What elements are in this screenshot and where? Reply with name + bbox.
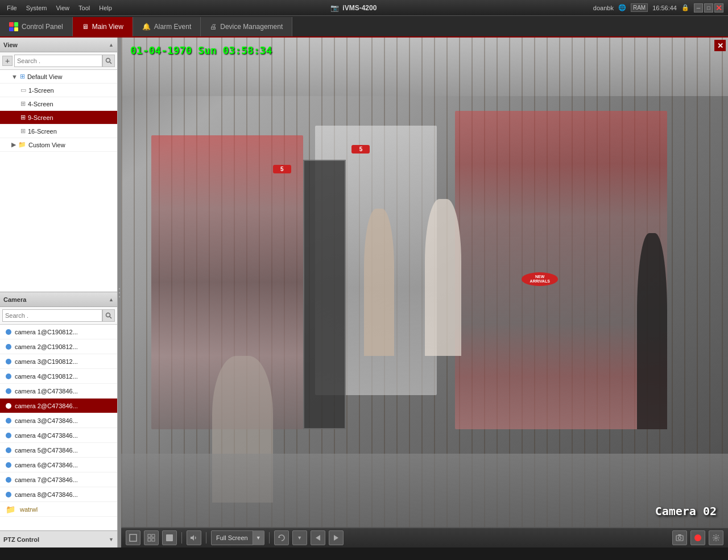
refresh-button[interactable] xyxy=(274,530,289,545)
next-icon xyxy=(333,534,339,541)
maximize-button[interactable]: □ xyxy=(704,3,713,13)
tab-alarm-event[interactable]: 🔔 Alarm Event xyxy=(133,17,201,36)
camera-status-dot xyxy=(6,359,11,364)
settings-button[interactable] xyxy=(709,530,723,545)
ram-icon: RAM xyxy=(631,3,648,12)
view-search-bar: + xyxy=(0,52,117,70)
camera-item-6[interactable]: camera 3@C473846... xyxy=(0,413,117,428)
view-add-button[interactable]: + xyxy=(2,56,13,66)
close-button[interactable]: ✕ xyxy=(714,3,723,13)
tree-item-custom-view[interactable]: ▶ 📁 Custom View xyxy=(0,138,117,152)
camera-item-5[interactable]: camera 2@C473846... xyxy=(0,399,117,413)
viewport-close-button[interactable]: ✕ xyxy=(714,40,726,51)
lock-icon: 🔒 xyxy=(681,4,689,11)
clothing-rack-right xyxy=(455,111,667,429)
camera-feed: NEWARRIVALS 5 5 01-04-1970 Sun 03:58:34 … xyxy=(121,38,728,527)
tab-control-panel[interactable]: Control Panel xyxy=(0,17,73,36)
camera-item-2[interactable]: camera 3@C190812... xyxy=(0,354,117,369)
tab-device-label: Device Management xyxy=(220,23,283,31)
camera-item-0[interactable]: camera 1@C190812... xyxy=(0,325,117,339)
tab-bar: Control Panel 🖥 Main View 🔔 Alarm Event … xyxy=(0,16,728,38)
svg-marker-15 xyxy=(316,535,320,541)
layout-single-icon xyxy=(166,534,173,542)
camera-search-bar xyxy=(0,307,117,325)
bottom-toolbar: Full Screen ▼ ▼ xyxy=(121,527,728,547)
price-tag-2: 5 xyxy=(273,165,291,173)
camera-status-dot xyxy=(6,492,11,497)
svg-rect-17 xyxy=(676,536,683,541)
tab-main-view[interactable]: 🖥 Main View xyxy=(73,17,133,36)
layout-single-button[interactable] xyxy=(162,530,177,545)
svg-rect-7 xyxy=(130,534,136,541)
camera-collapse-arrow[interactable]: ▲ xyxy=(109,297,114,302)
camera-viewport[interactable]: ✕ xyxy=(121,38,728,527)
camera-item-8[interactable]: camera 5@C473846... xyxy=(0,443,117,458)
view-section-header: View ▲ xyxy=(0,38,117,52)
resize-grip-icon xyxy=(118,284,121,301)
view-collapse-arrow[interactable]: ▲ xyxy=(109,42,114,48)
camera-item-4[interactable]: camera 1@C473846... xyxy=(0,384,117,399)
minimize-button[interactable]: ─ xyxy=(694,3,703,13)
camera-item-3[interactable]: camera 4@C190812... xyxy=(0,369,117,384)
person-3 xyxy=(637,233,667,429)
volume-button[interactable] xyxy=(187,530,201,545)
snapshot-button[interactable] xyxy=(672,530,687,545)
tree-item-default-view[interactable]: ▼ ⊞ Default View xyxy=(0,70,117,84)
menu-file[interactable]: File xyxy=(5,5,19,11)
camera-item-7[interactable]: camera 4@C473846... xyxy=(0,428,117,443)
svg-point-5 xyxy=(119,292,120,293)
person-1 xyxy=(364,209,394,355)
title-bar-left: File System View Tool Help xyxy=(5,5,114,11)
menu-tool[interactable]: Tool xyxy=(76,5,92,11)
svg-line-3 xyxy=(110,317,111,318)
refresh-icon xyxy=(278,534,286,542)
svg-point-4 xyxy=(119,288,120,289)
view-search-input[interactable] xyxy=(14,55,102,67)
screen-16-icon: ⊞ xyxy=(20,127,26,135)
camera-item-10[interactable]: camera 7@C473846... xyxy=(0,472,117,487)
layout-1-button[interactable] xyxy=(126,530,140,545)
tree-item-9screen[interactable]: ⊞ 9-Screen xyxy=(0,111,117,125)
camera-item-9[interactable]: camera 6@C473846... xyxy=(0,458,117,472)
camera-status-dot xyxy=(6,388,11,394)
camera-status-dot xyxy=(6,344,11,350)
tree-item-1screen[interactable]: ▭ 1-Screen xyxy=(0,84,117,97)
price-tag-1: 5 xyxy=(351,145,370,154)
globe-icon: 🌐 xyxy=(618,4,626,11)
camera-timestamp: 01-04-1970 Sun 03:58:34 xyxy=(130,44,272,56)
view-section: View ▲ + ▼ ⊞ Default View ▭ xyxy=(0,38,117,292)
chevron-down-icon: ▼ xyxy=(256,535,261,541)
fullscreen-dropdown[interactable]: Full Screen ▼ xyxy=(211,530,264,545)
svg-rect-19 xyxy=(678,534,681,536)
prev-button[interactable] xyxy=(311,530,325,545)
menu-help[interactable]: Help xyxy=(97,5,114,11)
menu-system[interactable]: System xyxy=(24,5,49,11)
snapshot-icon xyxy=(676,534,684,542)
ptz-expand-arrow[interactable]: ▼ xyxy=(109,537,114,542)
tree-item-16screen[interactable]: ⊞ 16-Screen xyxy=(0,125,117,138)
tree-item-label-default: Default View xyxy=(27,73,63,80)
camera-label: Camera 02 xyxy=(655,504,717,518)
record-button[interactable] xyxy=(690,530,705,545)
camera-status-dot xyxy=(6,329,11,335)
camera-search-input[interactable] xyxy=(2,309,102,322)
camera-item-1[interactable]: camera 2@C190812... xyxy=(0,339,117,354)
camera-item-folder[interactable]: 📁 watrwl xyxy=(0,502,117,517)
layout-4-button[interactable] xyxy=(144,530,159,545)
tree-item-4screen[interactable]: ⊞ 4-Screen xyxy=(0,97,117,111)
tab-control-panel-label: Control Panel xyxy=(22,23,63,31)
view-title: View xyxy=(3,42,18,48)
fullscreen-arrow-button[interactable]: ▼ xyxy=(253,530,264,545)
tab-device-management[interactable]: 🖨 Device Management xyxy=(201,17,292,36)
arrow-down-button[interactable]: ▼ xyxy=(292,530,307,545)
svg-point-0 xyxy=(106,59,110,63)
next-button[interactable] xyxy=(329,530,344,545)
camera-item-11[interactable]: camera 8@C473846... xyxy=(0,487,117,502)
view-search-button[interactable] xyxy=(102,55,115,67)
camera-title: Camera xyxy=(3,296,26,303)
layout-1-icon xyxy=(129,534,137,542)
camera-status-dot xyxy=(6,433,11,438)
svg-point-2 xyxy=(106,313,110,317)
camera-search-button[interactable] xyxy=(102,309,115,322)
menu-view[interactable]: View xyxy=(53,5,72,11)
